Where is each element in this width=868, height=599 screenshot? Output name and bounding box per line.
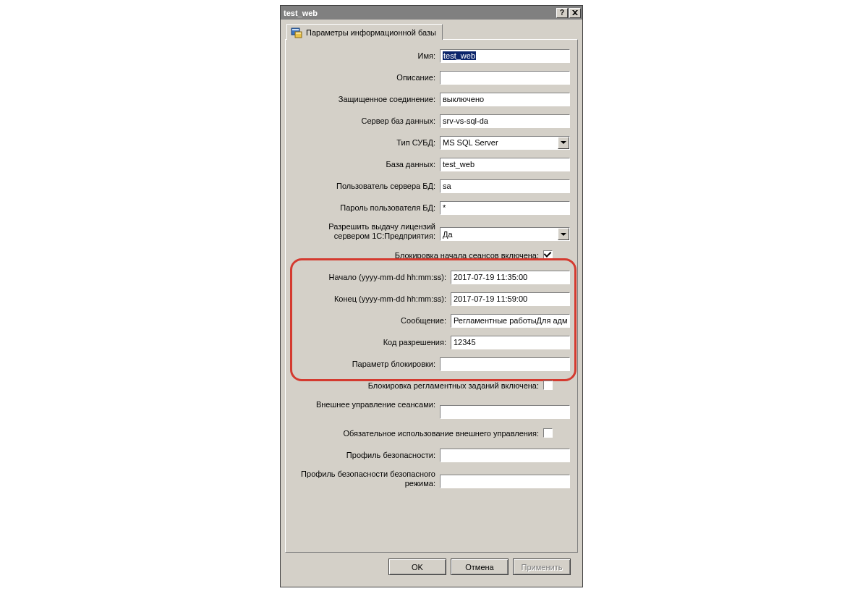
combo-dbms[interactable]: MS SQL Server [440,136,570,150]
help-button[interactable]: ? [556,8,568,18]
close-button[interactable] [569,8,581,18]
input-security-profile[interactable] [440,449,570,462]
input-db-user[interactable] [440,179,570,193]
label-block-start: Начало (yyyy-mm-dd hh:mm:ss): [293,273,451,282]
input-block-end[interactable] [451,292,570,306]
label-database: База данных: [293,160,440,169]
row-block-message: Сообщение: [293,313,570,328]
row-block-start: Начало (yyyy-mm-dd hh:mm:ss): [293,270,570,284]
row-db-password: Пароль пользователя БД: [293,200,570,215]
window-title: test_web [282,9,555,17]
label-safe-profile: Профиль безопасности безопасного режима: [293,470,440,488]
cancel-button[interactable]: Отмена [451,558,509,575]
label-security-profile: Профиль безопасности: [293,451,440,460]
chevron-down-icon[interactable] [558,228,569,240]
titlebar[interactable]: test_web ? [281,6,582,20]
svg-rect-1 [292,29,299,30]
input-database[interactable] [440,158,570,171]
row-block-param: Параметр блокировки: [293,357,570,371]
input-block-param[interactable] [440,357,570,371]
label-description: Описание: [293,73,440,82]
label-block-end: Конец (yyyy-mm-dd hh:mm:ss): [293,294,451,304]
checkbox-ext-required[interactable] [543,428,553,438]
row-block-enabled: Блокировка начала сеансов включена: [293,248,570,263]
row-jobs-block: Блокировка регламентных заданий включена… [293,378,570,393]
combo-license[interactable]: Да [440,227,570,241]
checkbox-block-enabled[interactable] [543,250,553,260]
input-permit-code[interactable] [451,336,570,349]
svg-rect-3 [296,33,301,34]
input-db-server[interactable] [440,114,570,128]
ok-button[interactable]: OK [388,558,446,575]
tab-infobase-params[interactable]: Параметры информационной базы [286,24,443,40]
row-permit-code: Код разрешения: [293,335,570,349]
label-name: Имя: [293,51,440,61]
combo-dbms-value: MS SQL Server [441,137,558,148]
input-ext-management[interactable] [440,405,570,419]
row-safe-profile: Профиль безопасности безопасного режима: [293,470,570,488]
input-name[interactable]: test_web [440,49,570,63]
row-security-profile: Профиль безопасности: [293,448,570,462]
row-description: Описание: [293,70,570,85]
apply-button[interactable]: Применить [513,558,571,575]
label-block-message: Сообщение: [293,316,451,326]
dialog-body: Параметры информационной базы Имя: test_… [281,20,582,587]
dialog-window: test_web ? Параметры информационной базы [280,5,583,587]
label-dbms: Тип СУБД: [293,138,440,148]
row-dbms: Тип СУБД: MS SQL Server [293,135,570,150]
row-ext-management: Внешнее управление сеансами: [293,400,570,419]
input-block-message[interactable] [451,314,570,328]
label-db-password: Пароль пользователя БД: [293,203,440,213]
row-license: Разрешить выдачу лицензий сервером 1С:Пр… [293,222,570,241]
input-db-password[interactable] [440,201,570,215]
combo-license-value: Да [441,229,558,239]
row-db-server: Сервер баз данных: [293,114,570,128]
row-name: Имя: test_web [293,48,570,63]
input-safe-profile[interactable] [440,475,570,488]
label-ext-management: Внешнее управление сеансами: [293,400,440,409]
chevron-down-icon[interactable] [558,137,569,149]
row-db-user: Пользователь сервера БД: [293,179,570,193]
row-ext-required: Обязательное использование внешнего упра… [293,426,570,441]
infobase-icon [291,27,302,38]
label-db-server: Сервер баз данных: [293,116,440,126]
tab-strip: Параметры информационной базы [285,24,578,40]
label-secure-connection: Защищенное соединение: [293,95,440,104]
tab-label: Параметры информационной базы [306,28,436,37]
button-bar: OK Отмена Применить [285,553,578,582]
label-block-param: Параметр блокировки: [293,360,440,369]
label-db-user: Пользователь сервера БД: [293,182,440,191]
label-permit-code: Код разрешения: [293,338,451,347]
row-database: База данных: [293,157,570,171]
row-secure-connection: Защищенное соединение: [293,92,570,106]
tab-page: Имя: test_web Описание: Защищенное соеди… [285,39,578,553]
label-ext-required: Обязательное использование внешнего упра… [293,429,543,438]
row-block-end: Конец (yyyy-mm-dd hh:mm:ss): [293,292,570,306]
label-jobs-block: Блокировка регламентных заданий включена… [293,381,543,391]
input-secure-connection[interactable] [440,93,570,106]
label-license: Разрешить выдачу лицензий сервером 1С:Пр… [293,222,440,241]
label-block-enabled: Блокировка начала сеансов включена: [293,251,543,260]
input-description[interactable] [440,71,570,85]
checkbox-jobs-block[interactable] [543,381,553,390]
input-block-start[interactable] [451,271,570,284]
